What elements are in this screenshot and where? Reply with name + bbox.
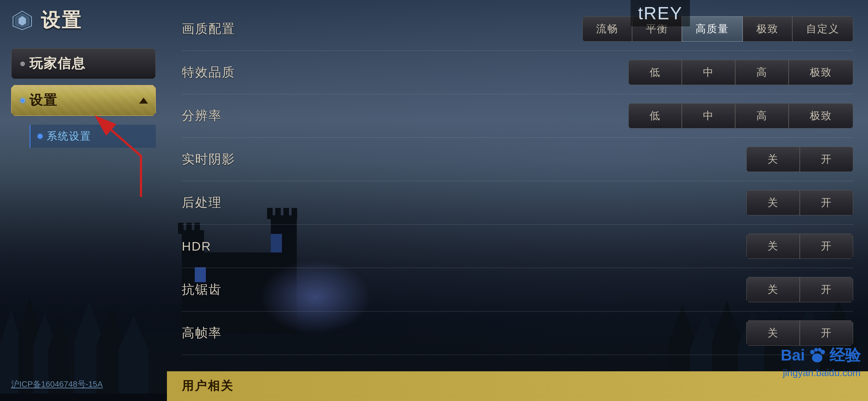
settings-label-quality-preset: 画质配置 xyxy=(182,20,256,38)
resolution-ultra-button[interactable]: 极致 xyxy=(789,103,853,128)
hdr-buttons: 关 开 xyxy=(746,234,853,259)
icp-footer: 沪ICP备16046748号-15A xyxy=(11,379,103,390)
arrow-annotation xyxy=(82,111,156,206)
settings-container: 画质配置 流畅 平衡 高质量 极致 自定义 特效品质 低 中 高 极致 分辨率 … xyxy=(182,7,853,355)
resolution-low-button[interactable]: 低 xyxy=(628,103,682,128)
baidu-jingyan-text: 经验 xyxy=(829,345,861,366)
settings-label-resolution: 分辨率 xyxy=(182,107,256,124)
realtime-shadow-buttons: 关 开 xyxy=(746,147,853,172)
resolution-buttons: 低 中 高 极致 xyxy=(628,103,853,128)
nav-dot-settings xyxy=(20,98,25,103)
svg-point-21 xyxy=(821,350,825,354)
settings-label-realtime-shadow: 实时阴影 xyxy=(182,151,256,168)
settings-row-quality-preset: 画质配置 流畅 平衡 高质量 极致 自定义 xyxy=(182,7,853,51)
baidu-paw-icon xyxy=(808,346,826,365)
aa-off-button[interactable]: 关 xyxy=(746,277,800,302)
quality-preset-buttons: 流畅 平衡 高质量 极致 自定义 xyxy=(582,16,853,42)
baidu-logo: Bai 经验 xyxy=(781,345,861,366)
hfr-off-button[interactable]: 关 xyxy=(746,320,800,346)
hdr-on-button[interactable]: 开 xyxy=(800,234,853,259)
settings-label-hdr: HDR xyxy=(182,239,256,254)
settings-row-hdr: HDR 关 开 xyxy=(182,225,853,268)
section-footer: 用户相关 xyxy=(167,371,868,401)
header: 设置 xyxy=(0,0,167,41)
post-processing-buttons: 关 开 xyxy=(746,190,853,215)
quality-custom-button[interactable]: 自定义 xyxy=(792,16,853,42)
quality-high-button[interactable]: 高质量 xyxy=(682,16,743,42)
shadow-off-button[interactable]: 关 xyxy=(746,147,800,172)
quality-smooth-button[interactable]: 流畅 xyxy=(582,16,632,42)
effect-mid-button[interactable]: 中 xyxy=(682,60,735,85)
shadow-on-button[interactable]: 开 xyxy=(800,147,853,172)
nav-dot-player xyxy=(20,62,25,66)
game-logo-icon xyxy=(11,9,33,32)
svg-point-17 xyxy=(812,353,822,362)
hfr-on-button[interactable]: 开 xyxy=(800,320,853,346)
anti-aliasing-buttons: 关 开 xyxy=(746,277,853,302)
baidu-text: Bai xyxy=(781,346,805,364)
settings-label-post-processing: 后处理 xyxy=(182,194,256,211)
settings-label-anti-aliasing: 抗锯齿 xyxy=(182,281,256,298)
page-title: 设置 xyxy=(41,7,82,33)
post-off-button[interactable]: 关 xyxy=(746,190,800,215)
nav-sub-dot xyxy=(38,134,42,138)
settings-row-anti-aliasing: 抗锯齿 关 开 xyxy=(182,268,853,312)
post-on-button[interactable]: 开 xyxy=(800,190,853,215)
settings-label-high-frame-rate: 高帧率 xyxy=(182,325,256,342)
effect-high-button[interactable]: 高 xyxy=(735,60,789,85)
sidebar-item-label: 设置 xyxy=(29,91,57,110)
baidu-watermark: Bai 经验 jingyan.baidu.com xyxy=(781,345,861,379)
trey-watermark: tREY xyxy=(631,0,690,26)
high-frame-rate-buttons: 关 开 xyxy=(746,320,853,346)
effect-quality-buttons: 低 中 高 极致 xyxy=(628,60,853,85)
sidebar-item-label: 玩家信息 xyxy=(29,55,86,73)
settings-row-realtime-shadow: 实时阴影 关 开 xyxy=(182,138,853,181)
settings-row-high-frame-rate: 高帧率 关 开 xyxy=(182,312,853,355)
settings-row-resolution: 分辨率 低 中 高 极致 xyxy=(182,94,853,138)
right-panel: 画质配置 流畅 平衡 高质量 极致 自定义 特效品质 低 中 高 极致 分辨率 … xyxy=(167,0,868,401)
settings-label-effect-quality: 特效品质 xyxy=(182,64,256,81)
effect-ultra-button[interactable]: 极致 xyxy=(789,60,853,85)
svg-point-19 xyxy=(814,348,818,352)
aa-on-button[interactable]: 开 xyxy=(800,277,853,302)
nav-triangle-icon xyxy=(139,98,148,104)
section-footer-label: 用户相关 xyxy=(182,379,234,392)
svg-point-18 xyxy=(810,350,815,354)
resolution-high-button[interactable]: 高 xyxy=(735,103,789,128)
icp-text[interactable]: 沪ICP备16046748号-15A xyxy=(11,379,103,389)
sidebar-item-player-info[interactable]: 玩家信息 xyxy=(11,48,156,79)
effect-low-button[interactable]: 低 xyxy=(628,60,682,85)
resolution-mid-button[interactable]: 中 xyxy=(682,103,735,128)
trey-text: tREY xyxy=(638,3,683,23)
quality-ultra-button[interactable]: 极致 xyxy=(743,16,792,42)
settings-row-post-processing: 后处理 关 开 xyxy=(182,181,853,225)
hdr-off-button[interactable]: 关 xyxy=(746,234,800,259)
baidu-url: jingyan.baidu.com xyxy=(783,367,861,379)
settings-row-effect-quality: 特效品质 低 中 高 极致 xyxy=(182,51,853,94)
